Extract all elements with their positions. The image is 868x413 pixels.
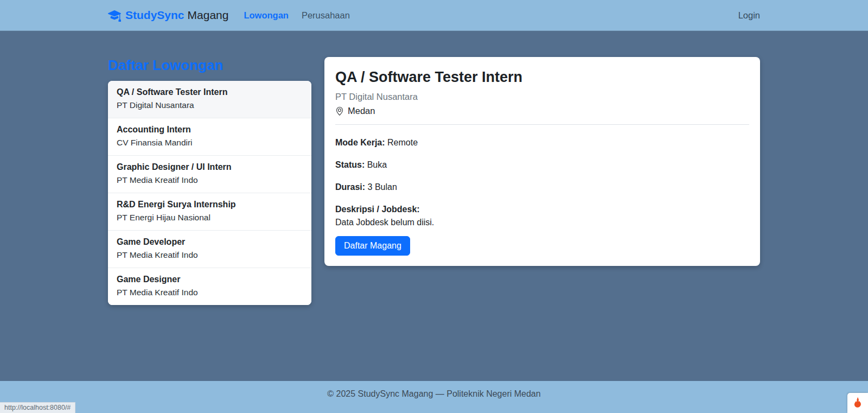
field-status: Status: Buka [335, 158, 749, 171]
listings-list: QA / Software Tester Intern PT Digital N… [108, 81, 311, 305]
detail-column: QA / Software Tester Intern PT Digital N… [318, 57, 767, 266]
debug-toolbar-toggle[interactable] [847, 393, 868, 413]
list-item-title: Game Designer [117, 273, 303, 286]
list-item-rnd-energi[interactable]: R&D Energi Surya Internship PT Energi Hi… [108, 193, 311, 231]
list-item-title: R&D Energi Surya Internship [117, 198, 303, 211]
field-mode-kerja: Mode Kerja: Remote [335, 136, 749, 149]
list-item-game-designer[interactable]: Game Designer PT Media Kreatif Indo [108, 268, 311, 305]
navbar: StudySync Magang Lowongan Perusahaan Log… [0, 0, 868, 31]
login-link[interactable]: Login [738, 6, 760, 24]
brand-name: StudySync [125, 9, 184, 22]
list-item-title: Game Developer [117, 236, 303, 249]
mortarboard-icon [108, 9, 121, 22]
field-value: Remote [387, 138, 418, 147]
field-value: 3 Bulan [368, 182, 397, 192]
page-title: Daftar Lowongan [108, 57, 311, 73]
nav-links: Lowongan Perusahaan [237, 6, 356, 25]
main-content: Daftar Lowongan QA / Software Tester Int… [0, 31, 868, 381]
list-item-graphic-designer[interactable]: Graphic Designer / UI Intern PT Media Kr… [108, 156, 311, 193]
list-item-accounting[interactable]: Accounting Intern CV Finansia Mandiri [108, 118, 311, 156]
detail-location: Medan [335, 106, 749, 116]
list-item-game-developer[interactable]: Game Developer PT Media Kreatif Indo [108, 231, 311, 268]
field-label: Mode Kerja: [335, 138, 385, 147]
list-item-title: QA / Software Tester Intern [117, 86, 303, 99]
detail-location-text: Medan [348, 106, 375, 116]
list-item-company: PT Media Kreatif Indo [117, 174, 303, 187]
list-item-company: PT Energi Hijau Nasional [117, 211, 303, 224]
list-item-title: Graphic Designer / UI Intern [117, 161, 303, 174]
field-durasi: Durasi: 3 Bulan [335, 181, 749, 194]
link-url-statusbar: http://localhost:8080/# [0, 402, 75, 413]
footer-copyright: © 2025 StudySync Magang — Politeknik Neg… [327, 389, 540, 398]
page: StudySync Magang Lowongan Perusahaan Log… [0, 0, 868, 413]
detail-card: QA / Software Tester Intern PT Digital N… [324, 57, 760, 266]
listings-column: Daftar Lowongan QA / Software Tester Int… [101, 57, 318, 305]
field-label: Durasi: [335, 182, 365, 192]
field-value: Buka [367, 160, 387, 169]
codeigniter-flame-icon [852, 397, 863, 409]
list-item-title: Accounting Intern [117, 123, 303, 136]
description-label: Deskripsi / Jobdesk: [335, 203, 749, 216]
list-item-company: PT Media Kreatif Indo [117, 286, 303, 299]
brand-suffix: Magang [188, 9, 229, 22]
description-text: Data Jobdesk belum diisi. [335, 216, 749, 229]
detail-title: QA / Software Tester Intern [335, 68, 749, 86]
nav-link-perusahaan[interactable]: Perusahaan [295, 6, 356, 25]
list-item-qa-software-tester[interactable]: QA / Software Tester Intern PT Digital N… [108, 81, 311, 118]
footer: © 2025 StudySync Magang — Politeknik Neg… [0, 381, 868, 413]
nav-right: Login [738, 10, 760, 21]
geo-alt-icon [335, 107, 344, 116]
list-item-company: PT Media Kreatif Indo [117, 249, 303, 262]
content-container: Daftar Lowongan QA / Software Tester Int… [101, 31, 767, 318]
daftar-magang-button[interactable]: Daftar Magang [335, 236, 410, 256]
divider [335, 124, 749, 125]
detail-company: PT Digital Nusantara [335, 92, 749, 102]
list-item-company: CV Finansia Mandiri [117, 136, 303, 149]
brand-link[interactable]: StudySync Magang [108, 9, 228, 22]
list-item-company: PT Digital Nusantara [117, 99, 303, 112]
nav-link-lowongan[interactable]: Lowongan [237, 6, 295, 25]
field-label: Status: [335, 160, 365, 169]
navbar-inner: StudySync Magang Lowongan Perusahaan Log… [101, 0, 767, 30]
